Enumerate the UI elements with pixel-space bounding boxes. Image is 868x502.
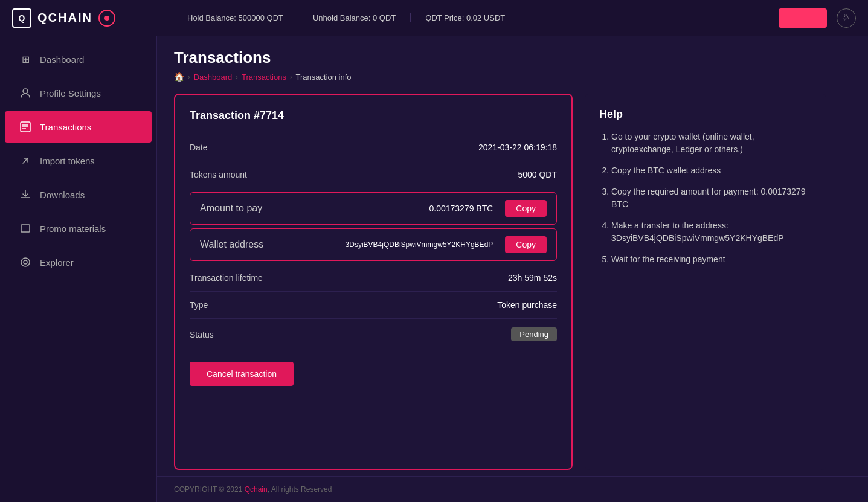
status-badge: Pending bbox=[511, 327, 557, 341]
breadcrumb-sep-3: › bbox=[290, 73, 292, 80]
sidebar-item-promo[interactable]: Promo materials bbox=[5, 213, 152, 244]
sidebar-label-explorer: Explorer bbox=[40, 257, 74, 268]
sidebar: ⊞ Dashboard Profile Settings Tra bbox=[0, 36, 157, 502]
sidebar-label-dashboard: Dashboard bbox=[40, 54, 84, 65]
import-icon bbox=[19, 155, 31, 167]
footer-copyright: COPYRIGHT © 2021 bbox=[174, 485, 245, 494]
sidebar-item-dashboard[interactable]: ⊞ Dashboard bbox=[5, 43, 152, 75]
help-step-5: Wait for the receiving payment bbox=[611, 253, 812, 266]
tx-label-amount: Amount to pay bbox=[200, 203, 262, 214]
tx-row-tokens: Tokens amount 5000 QDT bbox=[190, 161, 557, 188]
help-title: Help bbox=[599, 108, 812, 121]
balance-info: Hold Balance: 500000 QDT Unhold Balance:… bbox=[169, 13, 779, 22]
help-step-1: Go to your crypto wallet (online wallet,… bbox=[611, 130, 812, 156]
help-step-4: Make a transfer to the address: 3DsyiBVB… bbox=[611, 219, 812, 245]
tx-value-amount: 0.00173279 BTC bbox=[429, 204, 493, 213]
transaction-title: Transaction #7714 bbox=[190, 109, 557, 122]
explorer-icon bbox=[19, 256, 31, 268]
help-steps: Go to your crypto wallet (online wallet,… bbox=[599, 130, 812, 266]
svg-point-0 bbox=[23, 89, 28, 94]
tx-value-type: Token purchase bbox=[497, 300, 557, 310]
tx-row-lifetime: Transaction lifetime 23h 59m 52s bbox=[190, 265, 557, 292]
cancel-transaction-button[interactable]: Cancel transaction bbox=[190, 362, 294, 386]
content-body: Transaction #7714 Date 2021-03-22 06:19:… bbox=[157, 88, 868, 476]
sidebar-label-profile: Profile Settings bbox=[40, 88, 101, 98]
footer-suffix: , All rights Reserved bbox=[268, 485, 332, 494]
logo-area: Q QCHAIN bbox=[12, 8, 169, 28]
tx-row-date: Date 2021-03-22 06:19:18 bbox=[190, 134, 557, 161]
tx-label-status: Status bbox=[190, 330, 214, 339]
hold-balance: Hold Balance: 500000 QDT bbox=[169, 13, 298, 22]
svg-point-7 bbox=[24, 260, 27, 264]
topbar-action-button[interactable] bbox=[779, 8, 827, 28]
footer: COPYRIGHT © 2021 Qchain, All rights Rese… bbox=[157, 476, 868, 502]
sidebar-item-explorer[interactable]: Explorer bbox=[5, 246, 152, 278]
transactions-icon bbox=[19, 121, 31, 133]
breadcrumb-current: Transaction info bbox=[296, 72, 352, 82]
copy-wallet-button[interactable]: Copy bbox=[505, 236, 547, 253]
tx-row-wallet-highlight: Wallet address 3DsyiBVB4jQDBiSpwiVmmgw5Y… bbox=[190, 228, 557, 261]
svg-rect-5 bbox=[21, 225, 30, 232]
promo-icon bbox=[19, 222, 31, 234]
footer-link[interactable]: Qchain bbox=[245, 485, 268, 494]
tx-value-date: 2021-03-22 06:19:18 bbox=[478, 143, 557, 152]
sidebar-label-import: Import tokens bbox=[40, 156, 95, 166]
sidebar-item-import[interactable]: Import tokens bbox=[5, 145, 152, 176]
tx-value-wallet: 3DsyiBVB4jQDBiSpwiVmmgw5Y2KHYgBEdP bbox=[346, 240, 493, 249]
page-header: Transactions 🏠 › Dashboard › Transaction… bbox=[157, 36, 868, 88]
copy-amount-button[interactable]: Copy bbox=[505, 200, 547, 217]
unhold-balance: Unhold Balance: 0 QDT bbox=[298, 13, 411, 22]
logo-box: Q bbox=[12, 8, 31, 28]
logo-char: Q bbox=[19, 13, 25, 23]
tx-row-amount-highlight: Amount to pay 0.00173279 BTC Copy bbox=[190, 192, 557, 225]
sidebar-item-transactions[interactable]: Transactions bbox=[5, 111, 152, 143]
help-step-2: Copy the BTC wallet address bbox=[611, 164, 812, 177]
tx-value-lifetime: 23h 59m 52s bbox=[508, 273, 557, 283]
tx-row-type: Type Token purchase bbox=[190, 292, 557, 319]
breadcrumb-home-icon[interactable]: 🏠 bbox=[174, 72, 184, 82]
logo-circle-icon bbox=[98, 10, 115, 27]
tx-label-wallet: Wallet address bbox=[200, 239, 263, 250]
breadcrumb: 🏠 › Dashboard › Transactions › Transacti… bbox=[174, 72, 851, 82]
sidebar-label-downloads: Downloads bbox=[40, 190, 85, 200]
help-panel: Help Go to your crypto wallet (online wa… bbox=[585, 94, 826, 470]
sidebar-item-profile[interactable]: Profile Settings bbox=[5, 77, 152, 109]
tx-label-type: Type bbox=[190, 300, 208, 310]
breadcrumb-sep-2: › bbox=[236, 73, 238, 80]
sidebar-label-transactions: Transactions bbox=[40, 122, 91, 132]
logo-circle-inner bbox=[104, 16, 109, 21]
user-icon[interactable]: ♘ bbox=[837, 8, 856, 28]
topbar: Q QCHAIN Hold Balance: 500000 QDT Unhold… bbox=[0, 0, 868, 36]
tx-row-status: Status Pending bbox=[190, 319, 557, 350]
breadcrumb-transactions[interactable]: Transactions bbox=[242, 72, 286, 82]
qdt-price: QDT Price: 0.02 USDT bbox=[411, 13, 519, 22]
sidebar-item-downloads[interactable]: Downloads bbox=[5, 179, 152, 210]
tx-label-lifetime: Transaction lifetime bbox=[190, 273, 263, 283]
sidebar-label-promo: Promo materials bbox=[40, 224, 106, 234]
main-layout: ⊞ Dashboard Profile Settings Tra bbox=[0, 36, 868, 502]
dashboard-icon: ⊞ bbox=[19, 53, 31, 65]
tx-value-tokens: 5000 QDT bbox=[518, 170, 557, 179]
svg-point-6 bbox=[21, 258, 30, 266]
transaction-card: Transaction #7714 Date 2021-03-22 06:19:… bbox=[174, 94, 573, 470]
tx-label-tokens: Tokens amount bbox=[190, 170, 247, 179]
topbar-right: ♘ bbox=[779, 8, 856, 28]
help-step-3: Copy the required amount for payment: 0.… bbox=[611, 185, 812, 211]
profile-icon bbox=[19, 87, 31, 99]
downloads-icon bbox=[19, 188, 31, 201]
page-title: Transactions bbox=[174, 48, 851, 67]
breadcrumb-dashboard[interactable]: Dashboard bbox=[194, 72, 233, 82]
logo-text: QCHAIN bbox=[37, 11, 92, 25]
breadcrumb-sep-1: › bbox=[188, 73, 190, 80]
tx-label-date: Date bbox=[190, 143, 208, 152]
content-area: Transactions 🏠 › Dashboard › Transaction… bbox=[157, 36, 868, 502]
